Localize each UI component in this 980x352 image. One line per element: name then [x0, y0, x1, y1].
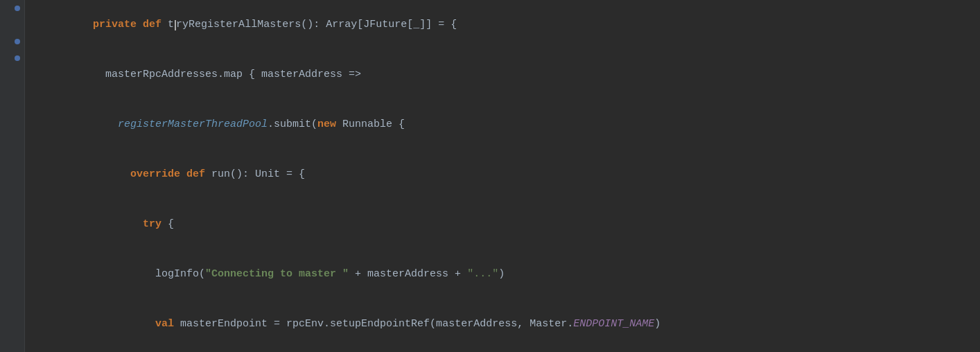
- l7-val: val: [155, 318, 174, 330]
- code-line-4: override def run(): Unit = {: [30, 150, 980, 200]
- l3-runnable: Runnable {: [336, 118, 405, 130]
- gutter-row-3: [0, 33, 24, 50]
- l7-const: ENDPOINT_NAME: [573, 318, 654, 330]
- l5-try: try: [143, 218, 161, 230]
- gutter-row-15: [0, 233, 24, 249]
- code-line-2: masterRpcAddresses.map { masterAddress =…: [30, 50, 980, 100]
- code-line-7: val masterEndpoint = rpcEnv.setupEndpoin…: [30, 299, 980, 349]
- code-line-8: sendRegisterMessageToMaster(masterEndpoi…: [30, 349, 980, 352]
- gutter-row-14: [0, 216, 24, 233]
- breakpoint-dot-4: [15, 55, 20, 61]
- gutter-row-12: [0, 183, 24, 200]
- l6-plus1: + masterAddress +: [349, 268, 467, 280]
- code-line-3: registerMasterThreadPool.submit(new Runn…: [30, 100, 980, 150]
- gutter-row-4: [0, 50, 24, 67]
- gutter-row-10: [0, 150, 24, 166]
- l6-str2: "...": [467, 268, 498, 280]
- code-editor: private def tryRegisterAllMasters(): Arr…: [0, 0, 980, 352]
- gutter-row-7: [0, 100, 24, 116]
- l4-run: run(): Unit = {: [205, 168, 305, 180]
- code-line-6: logInfo("Connecting to master " + master…: [30, 249, 980, 299]
- l5-indent: [80, 218, 143, 230]
- l4-def: def: [186, 168, 205, 180]
- line-5-content: try {: [30, 200, 980, 249]
- l1-sig: (): Array[JFuture[_]] = {: [301, 19, 457, 30]
- l3-indent: [80, 118, 118, 130]
- gutter-row-8: [0, 116, 24, 133]
- line-7-content: val masterEndpoint = rpcEnv.setupEndpoin…: [30, 299, 980, 349]
- code-line-1: private def tryRegisterAllMasters(): Arr…: [30, 0, 980, 50]
- l1-method: ryRegisterAllMasters: [176, 19, 301, 30]
- l5-brace: {: [161, 218, 174, 230]
- l4-override: override: [130, 168, 180, 180]
- line-gutter: [0, 0, 25, 352]
- gutter-row-9: [0, 133, 24, 150]
- gutter-row-5: [0, 67, 24, 83]
- l6-str1: "Connecting to master ": [205, 268, 349, 280]
- l3-new: new: [317, 118, 336, 130]
- line-6-content: logInfo("Connecting to master " + master…: [30, 249, 980, 299]
- l7-endpoint: masterEndpoint = rpcEnv.setupEndpointRef…: [174, 318, 573, 330]
- gutter-row-1: [0, 0, 24, 17]
- code-content[interactable]: private def tryRegisterAllMasters(): Arr…: [25, 0, 980, 352]
- line-3-content: registerMasterThreadPool.submit(new Runn…: [30, 100, 980, 150]
- line-2-content: masterRpcAddresses.map { masterAddress =…: [30, 50, 980, 100]
- breakpoint-dot-1: [15, 6, 20, 11]
- l7-indent: [80, 318, 155, 330]
- breakpoint-dot-3: [15, 39, 20, 44]
- line-1-content: private def tryRegisterAllMasters(): Arr…: [30, 0, 980, 50]
- l6-indent: logInfo(: [80, 268, 205, 280]
- line-8-content: sendRegisterMessageToMaster(masterEndpoi…: [30, 349, 980, 352]
- l4-indent: [80, 168, 130, 180]
- l1-private: private: [93, 19, 137, 30]
- l1-def: def: [143, 19, 161, 30]
- l3-pool: registerMasterThreadPool: [118, 118, 268, 130]
- l7-paren: ): [654, 318, 660, 330]
- l6-close: ): [498, 268, 505, 280]
- l1-indent: [80, 19, 93, 30]
- code-line-5: try {: [30, 200, 980, 249]
- gutter-row-6: [0, 83, 24, 100]
- l1-cursor-word: t: [168, 19, 174, 30]
- l3-submit: .submit(: [268, 118, 317, 130]
- l2-text: masterRpcAddresses.map { masterAddress =…: [80, 69, 361, 80]
- gutter-row-16: [0, 249, 24, 266]
- l4-space: [180, 168, 186, 180]
- gutter-row-13: [0, 200, 24, 216]
- line-4-content: override def run(): Unit = {: [30, 150, 980, 200]
- gutter-row-2: [0, 17, 24, 33]
- gutter-row-11: [0, 166, 24, 183]
